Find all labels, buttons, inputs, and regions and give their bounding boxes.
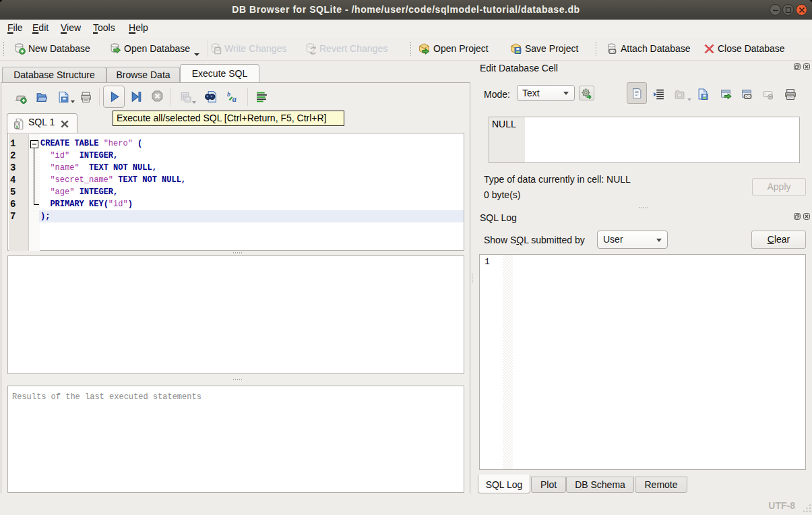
svg-text:a: a <box>232 94 237 103</box>
svg-text:b: b <box>227 90 230 98</box>
